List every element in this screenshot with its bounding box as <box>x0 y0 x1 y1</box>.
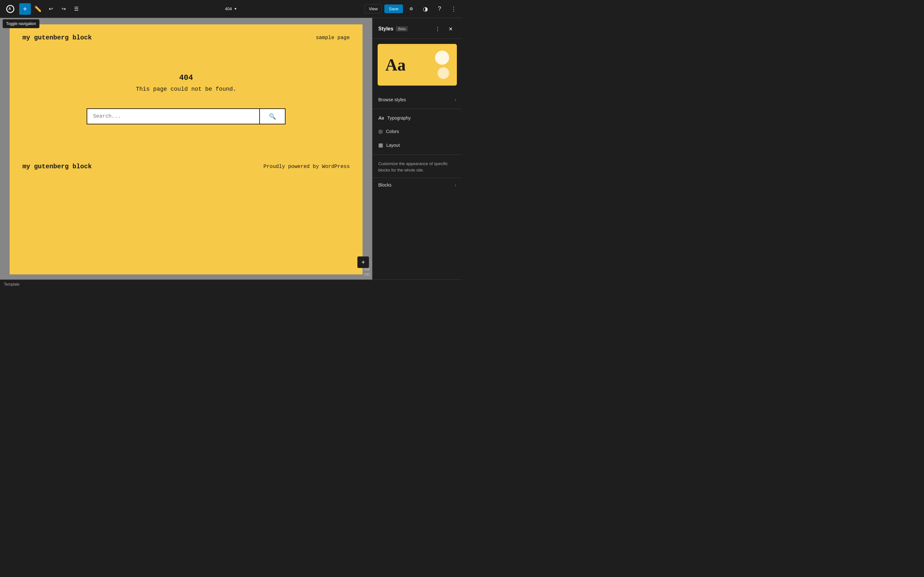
theme-toggle-button[interactable]: ◑ <box>420 3 431 15</box>
page-footer: my gutenberg block Proudly powered by Wo… <box>10 156 363 180</box>
browse-styles-item[interactable]: Browse styles › <box>373 93 462 106</box>
layout-item-left: ▦ Layout <box>378 142 400 148</box>
toolbar-center: 404 ▼ <box>222 5 240 13</box>
beta-badge: Beta <box>396 26 408 31</box>
typography-label: Typography <box>387 115 411 121</box>
ellipsis-v-icon: ⋮ <box>435 26 440 32</box>
typography-item-left: Aa Typography <box>378 115 411 121</box>
undo-button[interactable]: ↩ <box>45 3 57 15</box>
page-selector-button[interactable]: 404 ▼ <box>222 5 240 13</box>
sidebar-header-icons: ⋮ ✕ <box>432 23 456 35</box>
sidebar-close-button[interactable]: ✕ <box>445 23 456 35</box>
save-button[interactable]: Save <box>384 5 403 13</box>
preview-aa-text: Aa <box>385 55 406 74</box>
layout-label: Layout <box>386 143 400 148</box>
sidebar-title-row: Styles Beta <box>378 26 408 32</box>
undo-icon: ↩ <box>49 6 53 12</box>
typography-icon: Aa <box>378 115 384 121</box>
blocks-label: Blocks <box>378 182 391 187</box>
main-area: my gutenberg block sample page 404 This … <box>0 18 462 279</box>
preview-circles <box>435 51 449 79</box>
search-wrapper: 🔍 <box>87 108 286 124</box>
contrast-icon: ◑ <box>423 5 428 13</box>
layout-item[interactable]: ▦ Layout <box>373 138 462 152</box>
preview-circle-large <box>435 51 449 65</box>
tools-button[interactable]: ✏️ <box>32 3 44 15</box>
sidebar-title: Styles <box>378 26 393 32</box>
styles-sidebar: Styles Beta ⋮ ✕ Aa Browse styl <box>372 18 462 279</box>
toolbar-right: View Save ⚙ ◑ ? ⋮ <box>365 3 459 15</box>
search-icon: 🔍 <box>269 113 276 120</box>
status-bar: Template <box>0 279 462 288</box>
browse-styles-chevron: › <box>455 97 456 102</box>
preview-circle-small <box>438 67 449 79</box>
search-input[interactable] <box>87 108 260 124</box>
footer-site-title: my gutenberg block <box>23 163 92 170</box>
page-header: my gutenberg block sample page <box>10 24 363 48</box>
error-message: This page could not be found. <box>136 86 236 92</box>
sidebar-more-options-button[interactable]: ⋮ <box>432 23 443 35</box>
coordinates-display: 1,436 730 <box>360 267 370 277</box>
layout-icon: ▦ <box>378 142 383 148</box>
blocks-item[interactable]: Blocks › <box>373 178 462 192</box>
chevron-down-icon: ▼ <box>234 7 237 11</box>
page-canvas: my gutenberg block sample page 404 This … <box>10 24 363 274</box>
browse-styles-label: Browse styles <box>378 97 406 102</box>
view-button[interactable]: View <box>365 4 382 13</box>
canvas-area[interactable]: my gutenberg block sample page 404 This … <box>0 18 372 279</box>
help-icon: ? <box>438 5 441 12</box>
typography-item[interactable]: Aa Typography <box>373 111 462 124</box>
redo-button[interactable]: ↪ <box>58 3 69 15</box>
help-button[interactable]: ? <box>434 3 445 15</box>
plus-icon: + <box>23 5 27 13</box>
wp-logo-icon <box>5 3 16 15</box>
colors-label: Colors <box>386 129 399 134</box>
colors-item[interactable]: ◎ Colors <box>373 124 462 138</box>
error-content: 404 This page could not be found. 🔍 <box>10 48 363 143</box>
sidebar-header: Styles Beta ⋮ ✕ <box>373 18 462 39</box>
error-code: 404 <box>179 73 193 82</box>
colors-icon: ◎ <box>378 128 383 134</box>
style-preview[interactable]: Aa <box>378 44 457 85</box>
status-label: Template <box>4 282 19 287</box>
toolbar: + ✏️ ↩ ↪ ☰ Toggle navigation 404 ▼ View … <box>0 0 462 18</box>
search-submit-button[interactable]: 🔍 <box>260 108 286 124</box>
list-view-icon: ☰ <box>74 6 79 12</box>
site-title-header: my gutenberg block <box>23 34 92 41</box>
sidebar-nav: Browse styles › <box>373 91 462 109</box>
more-options-button[interactable]: ⋮ <box>448 3 459 15</box>
wordpress-logo-button[interactable] <box>3 1 18 17</box>
settings-button[interactable]: ⚙ <box>405 3 417 15</box>
toolbar-left: + ✏️ ↩ ↪ ☰ <box>3 1 82 17</box>
nav-sample-page: sample page <box>316 35 350 41</box>
footer-credit: Proudly powered by WordPress <box>263 164 350 169</box>
plus-canvas-icon: + <box>361 259 365 266</box>
page-name-label: 404 <box>225 6 232 11</box>
add-block-canvas-button[interactable]: + <box>357 256 369 268</box>
gear-icon: ⚙ <box>409 6 413 11</box>
tools-icon: ✏️ <box>34 5 41 13</box>
close-icon: ✕ <box>449 26 453 32</box>
add-block-button[interactable]: + <box>19 3 31 15</box>
list-view-button[interactable]: ☰ <box>71 3 82 15</box>
blocks-chevron: › <box>455 182 456 187</box>
typography-nav: Aa Typography ◎ Colors ▦ Layout <box>373 109 462 155</box>
sidebar-description: Customize the appearance of specific blo… <box>373 155 462 178</box>
ellipsis-icon: ⋮ <box>451 5 457 13</box>
redo-icon: ↪ <box>61 6 66 12</box>
toggle-nav-tooltip: Toggle navigation <box>3 19 39 28</box>
colors-item-left: ◎ Colors <box>378 128 399 134</box>
